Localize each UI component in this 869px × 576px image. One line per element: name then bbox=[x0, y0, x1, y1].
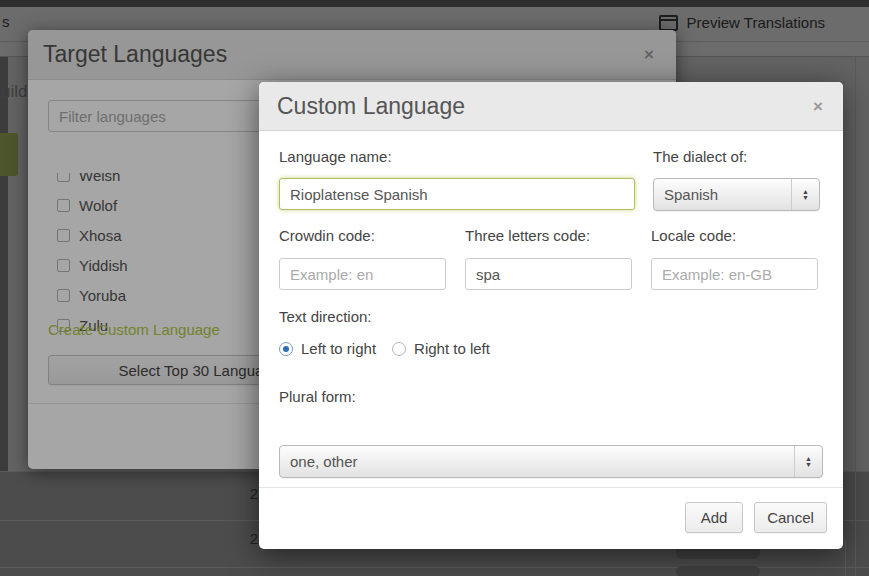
dialect-label: The dialect of: bbox=[653, 148, 747, 165]
radio-dot bbox=[283, 346, 289, 352]
screen: s Preview Translations uild 2 2 Target L… bbox=[0, 0, 869, 576]
plural-form-value: one, other bbox=[290, 453, 358, 470]
add-button-label: Add bbox=[701, 509, 728, 526]
cancel-button-label: Cancel bbox=[767, 509, 814, 526]
crowdin-code-input[interactable] bbox=[279, 258, 446, 290]
locale-code-input[interactable] bbox=[651, 258, 818, 290]
footer-divider bbox=[259, 487, 843, 488]
select-arrows-icon: ▲▼ bbox=[794, 446, 822, 477]
language-name-label: Language name: bbox=[279, 148, 392, 165]
crowdin-code-label: Crowdin code: bbox=[279, 227, 375, 244]
radio-rtl-label: Right to left bbox=[414, 340, 490, 357]
three-letters-code-label: Three letters code: bbox=[465, 227, 590, 244]
select-arrows-icon: ▲▼ bbox=[791, 179, 819, 210]
close-icon[interactable]: × bbox=[813, 98, 823, 115]
plural-form-select[interactable]: one, other ▲▼ bbox=[279, 445, 823, 478]
text-direction-options: Left to right Right to left bbox=[279, 340, 490, 357]
custom-language-modal: Custom Language × Language name: The dia… bbox=[259, 82, 843, 549]
dialect-select-value: Spanish bbox=[664, 186, 718, 203]
add-button[interactable]: Add bbox=[685, 502, 743, 533]
language-name-input[interactable] bbox=[279, 178, 635, 210]
radio-unselected-icon[interactable] bbox=[392, 342, 406, 356]
plural-form-label: Plural form: bbox=[279, 388, 356, 405]
text-direction-label: Text direction: bbox=[279, 308, 372, 325]
custom-modal-header: Custom Language × bbox=[259, 82, 843, 131]
custom-modal-title: Custom Language bbox=[277, 93, 465, 120]
locale-code-label: Locale code: bbox=[651, 227, 736, 244]
radio-ltr-label: Left to right bbox=[301, 340, 376, 357]
radio-option-rtl[interactable]: Right to left bbox=[392, 340, 490, 357]
three-letters-code-input[interactable] bbox=[465, 258, 632, 290]
radio-selected-icon[interactable] bbox=[279, 342, 293, 356]
cancel-button[interactable]: Cancel bbox=[754, 502, 827, 533]
radio-option-ltr[interactable]: Left to right bbox=[279, 340, 376, 357]
dialect-select[interactable]: Spanish ▲▼ bbox=[653, 178, 820, 211]
